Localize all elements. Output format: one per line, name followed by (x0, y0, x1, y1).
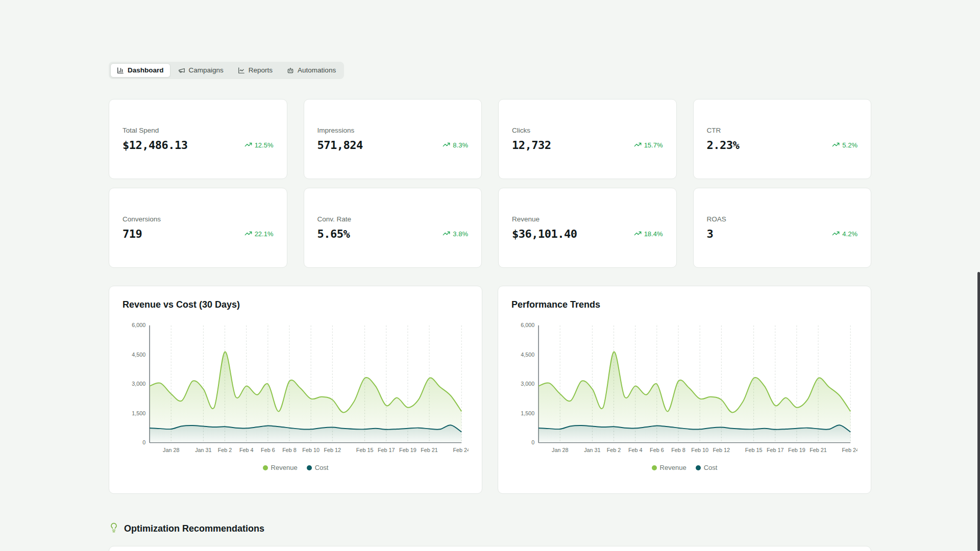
tab-label: Automations (298, 66, 336, 74)
kpi-label: Impressions (317, 127, 469, 134)
svg-text:Feb 15: Feb 15 (745, 447, 763, 454)
svg-text:Feb 19: Feb 19 (788, 447, 805, 454)
legend-label: Revenue (271, 464, 298, 471)
chart-plot: 01,5003,0004,5006,000Jan 28Jan 31Feb 2Fe… (122, 320, 469, 459)
svg-text:1,500: 1,500 (132, 410, 145, 416)
trending-up-icon (832, 141, 840, 150)
legend-label: Cost (704, 464, 718, 471)
recommendations-section: Optimization Recommendations (109, 522, 871, 551)
svg-text:3,000: 3,000 (132, 381, 145, 387)
kpi-card: Conversions 719 22.1% (109, 188, 287, 268)
recommendations-header: Optimization Recommendations (109, 522, 871, 535)
tab-dashboard[interactable]: Dashboard (110, 63, 170, 78)
trending-up-icon (634, 141, 642, 150)
chart-plot: 01,5003,0004,5006,000Jan 28Jan 31Feb 2Fe… (511, 320, 857, 459)
kpi-card: ROAS 3 4.2% (693, 188, 872, 268)
kpi-card: Conv. Rate 5.65% 3.8% (304, 188, 482, 268)
chart-card: Revenue vs Cost (30 Days) 01,5003,0004,5… (109, 286, 482, 494)
kpi-card: Impressions 571,824 8.3% (304, 99, 482, 179)
kpi-card: Clicks 12,732 15.7% (498, 99, 677, 179)
kpi-label: Clicks (512, 127, 663, 134)
tab-campaigns[interactable]: Campaigns (172, 63, 230, 78)
kpi-change-value: 8.3% (453, 141, 468, 149)
trending-up-icon (634, 230, 642, 239)
svg-text:Feb 24: Feb 24 (453, 447, 469, 454)
svg-text:4,500: 4,500 (132, 352, 145, 358)
kpi-change-value: 4.2% (842, 230, 857, 238)
lightbulb-icon (109, 522, 119, 535)
kpi-change: 5.2% (832, 141, 857, 150)
line-chart-icon (238, 67, 245, 74)
svg-text:Feb 6: Feb 6 (650, 447, 664, 454)
kpi-value: 3 (707, 228, 714, 240)
svg-text:Feb 21: Feb 21 (810, 447, 827, 454)
kpi-change: 8.3% (443, 141, 468, 150)
tab-label: Reports (249, 66, 273, 74)
svg-text:3,000: 3,000 (521, 381, 534, 387)
svg-text:4,500: 4,500 (521, 352, 534, 358)
svg-text:Feb 12: Feb 12 (713, 447, 730, 454)
kpi-label: Revenue (512, 215, 663, 223)
kpi-label: ROAS (707, 215, 858, 223)
megaphone-icon (178, 67, 185, 74)
trending-up-icon (244, 141, 252, 150)
tab-reports[interactable]: Reports (231, 63, 279, 78)
kpi-value: 12,732 (512, 139, 551, 152)
charts-row: Revenue vs Cost (30 Days) 01,5003,0004,5… (109, 286, 871, 494)
tab-bar: Dashboard Campaigns Reports Automations (109, 62, 344, 79)
legend-label: Cost (315, 464, 329, 471)
kpi-value: 2.23% (707, 139, 740, 152)
chart-card: Performance Trends 01,5003,0004,5006,000… (498, 286, 871, 494)
tab-label: Campaigns (189, 66, 224, 74)
kpi-change-value: 3.8% (453, 230, 468, 238)
svg-text:Feb 19: Feb 19 (399, 447, 416, 454)
svg-text:6,000: 6,000 (132, 322, 145, 328)
svg-text:Feb 15: Feb 15 (356, 447, 374, 454)
scrollbar-thumb[interactable] (977, 272, 980, 551)
svg-text:Feb 12: Feb 12 (324, 447, 341, 454)
chart-title: Performance Trends (511, 299, 857, 310)
kpi-change-value: 18.4% (644, 230, 663, 238)
svg-text:Feb 21: Feb 21 (421, 447, 438, 454)
kpi-value: 719 (122, 228, 142, 240)
kpi-label: CTR (707, 127, 858, 134)
kpi-value: $36,101.40 (512, 228, 577, 240)
svg-text:0: 0 (531, 439, 534, 445)
svg-text:6,000: 6,000 (521, 322, 534, 328)
trending-up-icon (443, 230, 450, 239)
tab-automations[interactable]: Automations (280, 63, 342, 78)
svg-text:Jan 28: Jan 28 (163, 447, 179, 454)
svg-text:Jan 31: Jan 31 (195, 447, 211, 454)
dashboard-page: Dashboard Campaigns Reports Automations … (109, 0, 871, 551)
kpi-change: 15.7% (634, 141, 663, 150)
svg-text:Jan 31: Jan 31 (584, 447, 600, 454)
svg-text:Feb 10: Feb 10 (691, 447, 708, 454)
legend-dot (263, 465, 268, 470)
recommendations-title: Optimization Recommendations (124, 523, 264, 534)
svg-text:Feb 4: Feb 4 (628, 447, 643, 454)
trending-up-icon (443, 141, 450, 150)
svg-text:Feb 17: Feb 17 (767, 447, 784, 454)
tab-label: Dashboard (128, 66, 164, 74)
svg-text:Feb 2: Feb 2 (218, 447, 232, 454)
kpi-change: 22.1% (244, 230, 274, 239)
svg-text:Feb 17: Feb 17 (378, 447, 395, 454)
svg-text:Feb 4: Feb 4 (239, 447, 254, 454)
chart-legend: RevenueCost (122, 464, 469, 471)
kpi-label: Total Spend (122, 127, 274, 134)
svg-text:Feb 24: Feb 24 (842, 447, 857, 454)
legend-item: Revenue (263, 464, 298, 471)
kpi-change-value: 5.2% (842, 141, 857, 149)
kpi-value: 571,824 (317, 139, 363, 152)
kpi-change: 12.5% (244, 141, 274, 150)
kpi-change-value: 12.5% (255, 141, 274, 149)
trending-up-icon (244, 230, 252, 239)
kpi-value: 5.65% (317, 228, 350, 240)
svg-text:Feb 10: Feb 10 (302, 447, 320, 454)
kpi-grid: Total Spend $12,486.13 12.5% Impressions… (109, 99, 871, 268)
svg-text:Feb 6: Feb 6 (261, 447, 275, 454)
kpi-label: Conv. Rate (317, 215, 469, 223)
legend-item: Cost (696, 464, 718, 471)
kpi-change: 3.8% (443, 230, 468, 239)
bot-icon (287, 67, 294, 74)
